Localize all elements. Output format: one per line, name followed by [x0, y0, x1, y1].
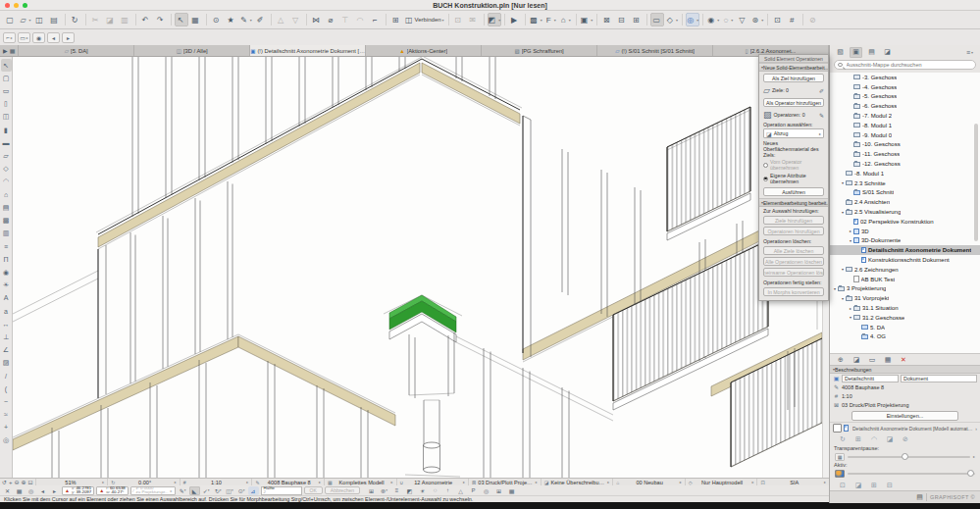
overrides-field[interactable]: ◪ Keine Überschreibungen ▸ — [541, 479, 613, 485]
toolbar-icon[interactable] — [576, 14, 577, 25]
toolbar-icon[interactable] — [702, 14, 703, 25]
document-name-field[interactable]: Dokument — [901, 375, 977, 382]
delete-view-icon[interactable]: ✕ — [898, 354, 909, 365]
toolbar-icon[interactable] — [171, 14, 172, 25]
tree-item[interactable]: -10. Geschoss — [830, 140, 980, 150]
lamp-tool-icon[interactable]: ☀ — [1, 279, 12, 291]
adjust-icon[interactable]: ⊤ — [339, 13, 353, 26]
shading-view-icon[interactable]: ◇ — [665, 13, 679, 26]
toolbar-icon[interactable] — [596, 14, 597, 25]
spline-tool-icon[interactable]: ≈ — [1, 408, 12, 421]
copy-icon[interactable]: ◪ — [104, 13, 118, 26]
toolbar-icon[interactable] — [682, 14, 683, 25]
duplicate-reference-icon[interactable]: ◪ — [853, 480, 863, 490]
copy-doc-icon[interactable]: ◪ — [885, 433, 895, 444]
next-icon[interactable]: ▸ — [49, 486, 60, 495]
tree-item[interactable]: -6. Geschoss — [830, 101, 980, 111]
zoom-level-field[interactable]: 51% ▸ — [35, 479, 108, 485]
rebuild-icon[interactable]: ◠ — [869, 433, 879, 444]
xy-coordinate-box[interactable]: ▲ x:46.2781 y:39.2097 — [62, 486, 94, 495]
measure-icon[interactable]: ⌀ — [325, 13, 338, 26]
add-operators-button[interactable]: Operatoren hinzufügen — [763, 227, 824, 235]
stop-update-icon[interactable]: ⊘ — [901, 433, 910, 444]
tree-item[interactable]: -7. Modul 2 — [830, 111, 980, 121]
tree-item[interactable]: -4. Geschoss — [830, 82, 980, 92]
hotlink-icon[interactable]: ⊡ — [452, 13, 466, 26]
render-icon[interactable]: ◩ — [404, 486, 415, 495]
gravity-icon[interactable]: ⊙ — [236, 486, 247, 495]
text-tool-icon[interactable]: A — [1, 291, 12, 304]
expand-reference-icon[interactable]: ⊞ — [869, 480, 879, 490]
redo-icon[interactable]: ↷ — [154, 13, 168, 26]
sun-study-icon[interactable]: ☀ — [417, 486, 428, 495]
capture-icon[interactable]: ⊛ — [750, 13, 764, 26]
model-view-options-icon[interactable]: ▣ — [580, 13, 594, 26]
toolbar-icon[interactable] — [65, 14, 66, 25]
marquee-tool-icon[interactable]: ▢ — [1, 72, 12, 84]
palette-title[interactable]: Solid Element Operationen — [759, 55, 828, 63]
level-dimension-tool-icon[interactable]: ⊥ — [1, 331, 12, 343]
tree-item[interactable]: ▾ 31.2 Geschosse — [830, 313, 980, 323]
wall-tool-icon[interactable]: ▭ — [1, 84, 12, 97]
pet-target-icon[interactable]: ◉ — [32, 32, 45, 43]
tree-item[interactable]: ▾ 31 Vorprojekt — [830, 293, 980, 303]
division-input[interactable]: Hälfte 2 — [261, 486, 302, 495]
beam-tool-icon[interactable]: ▬ — [1, 136, 12, 149]
palette-section-new[interactable]: Neue Solid-Elementbearbeit... — [759, 63, 828, 72]
upload-icon[interactable]: ↑ — [442, 486, 453, 495]
toolbar-icon[interactable] — [85, 14, 86, 25]
tree-item[interactable]: -11. Geschoss — [830, 149, 980, 159]
tree-item[interactable]: ▸ 3D — [830, 227, 980, 236]
slider-knob[interactable] — [967, 470, 974, 477]
tree-item[interactable]: Detailschnitt Axonometrie Dokument — [830, 245, 980, 255]
projection-field[interactable]: ∪ 12 Axonometrie ▸ — [396, 479, 469, 485]
scale-field[interactable]: # 1:10 ▸ — [180, 479, 252, 485]
pan-icon[interactable]: + — [9, 480, 13, 485]
tree-item[interactable]: Konstruktionsschnitt Dokument — [830, 255, 980, 265]
document-id-field[interactable]: Detailschnitt — [842, 375, 899, 382]
camera-path-icon[interactable]: ◎ — [481, 486, 491, 495]
new-folder-icon[interactable]: ▭ — [866, 354, 878, 365]
z-coordinate-box[interactable]: ∕ z:0.0000 zu Projekturspr... ▸ — [130, 486, 176, 495]
history-forward-icon[interactable]: ▸ — [62, 32, 75, 43]
fit-view-icon[interactable]: ⊡ — [28, 479, 33, 485]
storey-settings-icon[interactable]: ▩ — [529, 13, 543, 26]
operation-dropdown[interactable]: ◪ Abzug ▸ — [763, 128, 824, 138]
toolbar-icon[interactable] — [135, 14, 136, 25]
pointer-pane-icon[interactable]: ▶ — [3, 47, 8, 54]
line-tool-icon[interactable]: / — [1, 370, 12, 382]
trim-icon[interactable]: ⋈ — [310, 13, 324, 26]
object-tool-icon[interactable]: ◉ — [1, 266, 12, 279]
marquee-tool-icon[interactable]: ▦ — [189, 13, 203, 26]
lock-icon[interactable]: ⊞ — [630, 13, 644, 26]
view-tab[interactable]: ▣ (!) Detailschnitt Axonometrie Dokument… — [250, 45, 366, 56]
fillet-icon[interactable]: ⌐ — [369, 13, 383, 26]
zoom-in-icon[interactable]: ⊕ — [22, 479, 26, 485]
fill-tool-icon[interactable]: ▨ — [1, 356, 12, 369]
curtainwall-tool-icon[interactable]: ▥ — [1, 227, 12, 239]
tree-item[interactable]: -5. Geschoss — [830, 92, 980, 102]
settings-gear-icon[interactable]: ⊛ — [379, 486, 389, 495]
stair-tool-icon[interactable]: ≡ — [1, 240, 12, 253]
history-back-icon[interactable]: ◂ — [47, 32, 60, 43]
toolbar-icon[interactable] — [484, 14, 485, 25]
look-to-icon[interactable]: ▽ — [736, 13, 749, 26]
shell-tool-icon[interactable]: ◠ — [1, 176, 12, 188]
view-tab[interactable]: ▨ [PG Schraffuren] — [482, 45, 597, 56]
tree-item[interactable]: 4. OG — [830, 332, 980, 342]
structure-field[interactable]: ▦ Komplettes Modell ▸ — [324, 479, 396, 485]
orbit-icon[interactable]: ◉ — [706, 13, 720, 26]
prev-icon[interactable]: ◂ — [37, 486, 48, 495]
bring-forward-icon[interactable]: △ — [275, 13, 288, 26]
properties-header[interactable]: Beschreibungen — [830, 365, 980, 374]
pick-operator-icon[interactable]: ✎ — [819, 112, 824, 119]
mesh-tool-icon[interactable]: ▤ — [1, 201, 12, 214]
layouting-icon[interactable]: ⊡ — [771, 13, 785, 26]
tree-item[interactable]: -8. Modul 1 — [830, 121, 980, 130]
snap-guides-icon[interactable]: ✓ — [201, 486, 212, 495]
pin-reference-icon[interactable]: ⊡ — [838, 480, 848, 490]
save-view-as-icon[interactable]: ◪ — [851, 354, 862, 365]
print-preview-icon[interactable]: ▤ — [916, 493, 923, 501]
polyline-tool-icon[interactable]: ~ — [1, 395, 12, 408]
save-icon[interactable]: ◫ — [33, 13, 47, 26]
